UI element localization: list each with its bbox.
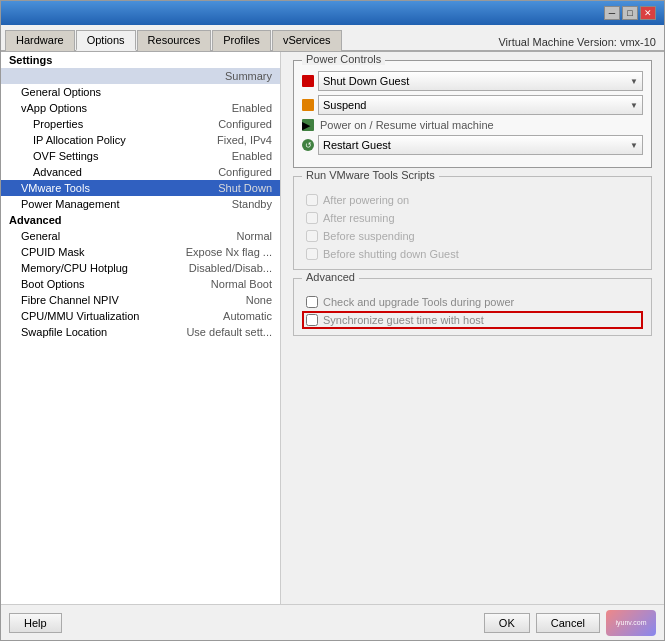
tree-label: General <box>21 230 237 242</box>
tree-item-ip-allocation[interactable]: IP Allocation Policy Fixed, IPv4 <box>1 132 280 148</box>
left-panel: Settings Summary General Options vApp Op… <box>1 52 281 604</box>
restart-label: Restart Guest <box>323 139 391 151</box>
script-before-suspend-checkbox[interactable] <box>306 230 318 242</box>
shutdown-row: Shut Down Guest ▼ <box>302 71 643 91</box>
restart-dropdown[interactable]: Restart Guest ▼ <box>318 135 643 155</box>
tree-value: Use default sett... <box>186 326 272 338</box>
tree-value: Standby <box>232 198 272 210</box>
tree-value: Shut Down <box>218 182 272 194</box>
tree-item-general[interactable]: General Normal <box>1 228 280 244</box>
ok-button[interactable]: OK <box>484 613 530 633</box>
suspend-row: Suspend ▼ <box>302 95 643 115</box>
tree-item-advanced-vapp[interactable]: Advanced Configured <box>1 164 280 180</box>
tree-item-power-management[interactable]: Power Management Standby <box>1 196 280 212</box>
main-window: ─ □ ✕ Hardware Options Resources Profile… <box>0 0 665 641</box>
dropdown-arrow-icon: ▼ <box>630 101 638 110</box>
restart-icon: ↺ <box>302 139 314 151</box>
tree-value: Enabled <box>232 102 272 114</box>
shutdown-dropdown[interactable]: Shut Down Guest ▼ <box>318 71 643 91</box>
check-upgrade-tools-checkbox[interactable] <box>306 296 318 308</box>
tree-value: Disabled/Disab... <box>189 262 272 274</box>
suspend-dropdown[interactable]: Suspend ▼ <box>318 95 643 115</box>
script-before-suspend: Before suspending <box>302 227 643 245</box>
tree-item-vapp-options[interactable]: vApp Options Enabled <box>1 100 280 116</box>
script-after-power: After powering on <box>302 191 643 209</box>
tree-value: Enabled <box>232 150 272 162</box>
advanced-group: Advanced Check and upgrade Tools during … <box>293 278 652 336</box>
summary-value: Summary <box>225 70 272 82</box>
tree-label: Boot Options <box>21 278 211 290</box>
tree-label: Swapfile Location <box>21 326 186 338</box>
shutdown-label: Shut Down Guest <box>323 75 409 87</box>
close-button[interactable]: ✕ <box>640 6 656 20</box>
tree-item-fibre-channel[interactable]: Fibre Channel NPIV None <box>1 292 280 308</box>
minimize-button[interactable]: ─ <box>604 6 620 20</box>
watermark-badge: iyunv.com <box>606 610 656 636</box>
power-controls-title: Power Controls <box>302 53 385 65</box>
sync-guest-time-label: Synchronize guest time with host <box>323 314 484 326</box>
cancel-button[interactable]: Cancel <box>536 613 600 633</box>
tree-value: Configured <box>218 118 272 130</box>
tree-label: OVF Settings <box>33 150 98 162</box>
settings-header: Settings <box>1 52 280 68</box>
tab-options[interactable]: Options <box>76 30 136 51</box>
script-after-power-label: After powering on <box>323 194 409 206</box>
tree-value: Normal <box>237 230 272 242</box>
advanced-section-header: Advanced <box>1 212 280 228</box>
power-on-row: ▶ Power on / Resume virtual machine <box>302 119 643 131</box>
window-controls: ─ □ ✕ <box>604 6 656 20</box>
tree-label: VMware Tools <box>21 182 218 194</box>
tab-bar: Hardware Options Resources Profiles vSer… <box>1 29 342 50</box>
content-area: Settings Summary General Options vApp Op… <box>1 52 664 604</box>
suspend-icon <box>302 99 314 111</box>
tree-value: None <box>246 294 272 306</box>
advanced-group-title: Advanced <box>302 271 359 283</box>
watermark-text: iyunv.com <box>616 619 647 626</box>
title-bar: ─ □ ✕ <box>1 1 664 25</box>
script-after-power-checkbox[interactable] <box>306 194 318 206</box>
sync-guest-time-row: Synchronize guest time with host <box>302 311 643 329</box>
tree-item-general-options[interactable]: General Options <box>1 84 280 100</box>
tree-item-ovf-settings[interactable]: OVF Settings Enabled <box>1 148 280 164</box>
tree-value: Expose Nx flag ... <box>186 246 272 258</box>
tree-item-vmware-tools[interactable]: VMware Tools Shut Down <box>1 180 280 196</box>
tab-profiles[interactable]: Profiles <box>212 30 271 51</box>
shutdown-icon <box>302 75 314 87</box>
script-after-resume: After resuming <box>302 209 643 227</box>
power-on-icon: ▶ <box>302 119 314 131</box>
script-before-shutdown-label: Before shutting down Guest <box>323 248 459 260</box>
tree-item-boot-options[interactable]: Boot Options Normal Boot <box>1 276 280 292</box>
check-upgrade-tools-label: Check and upgrade Tools during power <box>323 296 514 308</box>
restart-row: ↺ Restart Guest ▼ <box>302 135 643 155</box>
tree-item-memory-cpu-hotplug[interactable]: Memory/CPU Hotplug Disabled/Disab... <box>1 260 280 276</box>
tab-vservices[interactable]: vServices <box>272 30 342 51</box>
scripts-group: Run VMware Tools Scripts After powering … <box>293 176 652 270</box>
maximize-button[interactable]: □ <box>622 6 638 20</box>
tree-label: Power Management <box>21 198 232 210</box>
script-after-resume-label: After resuming <box>323 212 395 224</box>
check-upgrade-tools-row: Check and upgrade Tools during power <box>302 293 643 311</box>
tab-hardware[interactable]: Hardware <box>5 30 75 51</box>
tree-item-cpuid-mask[interactable]: CPUID Mask Expose Nx flag ... <box>1 244 280 260</box>
bottom-right-controls: OK Cancel iyunv.com <box>484 610 656 636</box>
tree-item-cpu-mmu[interactable]: CPU/MMU Virtualization Automatic <box>1 308 280 324</box>
tab-resources[interactable]: Resources <box>137 30 212 51</box>
tree-item-properties[interactable]: Properties Configured <box>1 116 280 132</box>
script-before-suspend-label: Before suspending <box>323 230 415 242</box>
summary-row[interactable]: Summary <box>1 68 280 84</box>
power-on-text: Power on / Resume virtual machine <box>318 119 643 131</box>
tree-label: Properties <box>33 118 83 130</box>
help-button[interactable]: Help <box>9 613 62 633</box>
tree-label: Advanced <box>33 166 82 178</box>
script-after-resume-checkbox[interactable] <box>306 212 318 224</box>
script-before-shutdown-checkbox[interactable] <box>306 248 318 260</box>
version-text: Virtual Machine Version: vmx-10 <box>342 34 664 50</box>
script-before-shutdown: Before shutting down Guest <box>302 245 643 263</box>
tree-label: Fibre Channel NPIV <box>21 294 246 306</box>
tree-value: Automatic <box>223 310 272 322</box>
tree-item-swapfile[interactable]: Swapfile Location Use default sett... <box>1 324 280 340</box>
dropdown-arrow-icon: ▼ <box>630 77 638 86</box>
tree-label: Memory/CPU Hotplug <box>21 262 189 274</box>
right-panel: Power Controls Shut Down Guest ▼ Suspend <box>281 52 664 604</box>
sync-guest-time-checkbox[interactable] <box>306 314 318 326</box>
